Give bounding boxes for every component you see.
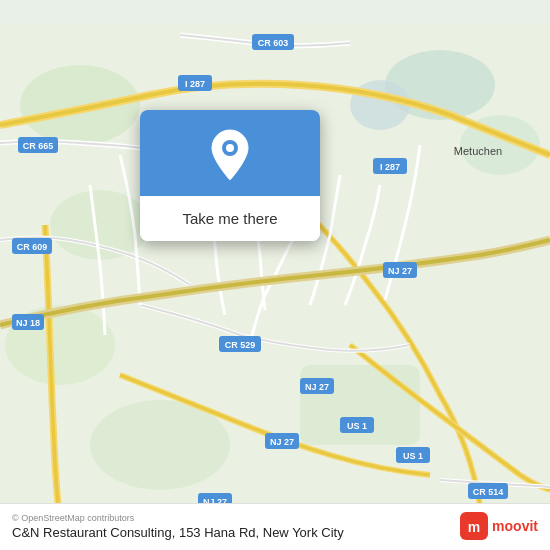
svg-text:CR 529: CR 529 [225, 340, 256, 350]
location-pin-icon [208, 128, 252, 182]
svg-point-39 [226, 144, 234, 152]
map-svg: CR 603 I 287 I 287 CR 665 CR 609 NJ 18 C… [0, 0, 550, 550]
svg-text:US 1: US 1 [403, 451, 423, 461]
moovit-logo-icon: m [460, 512, 488, 540]
svg-text:m: m [468, 519, 480, 535]
svg-text:NJ 27: NJ 27 [305, 382, 329, 392]
svg-text:CR 665: CR 665 [23, 141, 54, 151]
svg-point-6 [350, 80, 410, 130]
svg-text:NJ 27: NJ 27 [270, 437, 294, 447]
svg-text:CR 514: CR 514 [473, 487, 504, 497]
bottom-left: © OpenStreetMap contributors C&N Restaur… [12, 513, 344, 540]
svg-text:CR 609: CR 609 [17, 242, 48, 252]
svg-text:I 287: I 287 [380, 162, 400, 172]
moovit-logo: m moovit [460, 512, 538, 540]
bottom-bar: © OpenStreetMap contributors C&N Restaur… [0, 503, 550, 550]
svg-text:NJ 27: NJ 27 [388, 266, 412, 276]
moovit-text: moovit [492, 518, 538, 534]
svg-text:Metuchen: Metuchen [454, 145, 502, 157]
take-me-there-button[interactable]: Take me there [140, 196, 320, 241]
svg-text:US 1: US 1 [347, 421, 367, 431]
map-container: CR 603 I 287 I 287 CR 665 CR 609 NJ 18 C… [0, 0, 550, 550]
popup-icon-area [140, 110, 320, 196]
svg-text:CR 603: CR 603 [258, 38, 289, 48]
popup-card: Take me there [140, 110, 320, 241]
map-attribution: © OpenStreetMap contributors [12, 513, 344, 523]
svg-text:NJ 18: NJ 18 [16, 318, 40, 328]
svg-text:I 287: I 287 [185, 79, 205, 89]
location-name: C&N Restaurant Consulting, 153 Hana Rd, … [12, 525, 344, 540]
